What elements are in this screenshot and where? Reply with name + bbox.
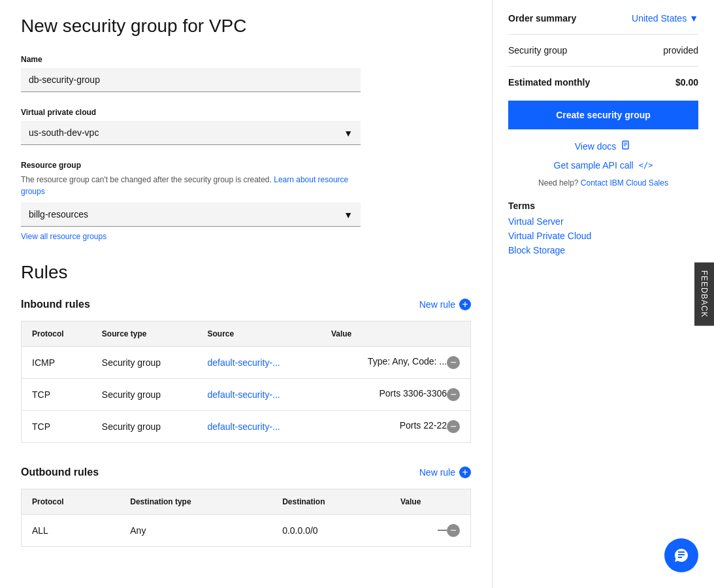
table-row: TCP Security group default-security-... … xyxy=(22,379,471,411)
terms-link[interactable]: Block Storage xyxy=(508,245,698,255)
resource-group-field-group: Resource group The resource group can't … xyxy=(21,161,471,241)
need-help-text: Need help? Contact IBM Cloud Sales xyxy=(508,178,698,188)
outbound-col-value: Value xyxy=(390,489,471,515)
inbound-col-source: Source xyxy=(197,321,320,347)
terms-title: Terms xyxy=(508,201,698,211)
order-divider xyxy=(508,66,698,67)
outbound-protocol-cell: ALL xyxy=(22,515,120,547)
terms-link[interactable]: Virtual Server xyxy=(508,216,698,227)
rules-section-title: Rules xyxy=(21,262,471,283)
inbound-remove-button[interactable]: − xyxy=(447,356,460,369)
inbound-value-cell: Type: Any, Code: ... − xyxy=(321,347,471,379)
resource-group-select[interactable]: billg-resources xyxy=(21,203,361,227)
order-summary-header: Order summary United States ▼ xyxy=(508,13,698,35)
vpc-label: Virtual private cloud xyxy=(21,108,471,117)
chat-icon xyxy=(673,547,689,563)
remove-icon: − xyxy=(447,524,460,537)
inbound-protocol-cell: ICMP xyxy=(22,347,91,379)
inbound-value-cell: Ports 22-22 − xyxy=(321,411,471,443)
outbound-value-cell: — − xyxy=(390,515,471,547)
get-sample-api-label: Get sample API call xyxy=(554,160,634,171)
vpc-select-wrapper: us-south-dev-vpc ▼ xyxy=(21,121,361,145)
estimated-monthly-value: $0.00 xyxy=(675,77,698,88)
outbound-rules-table: Protocol Destination type Destination Va… xyxy=(21,489,471,547)
outbound-plus-icon: + xyxy=(459,466,471,478)
inbound-plus-icon: + xyxy=(459,299,471,310)
estimated-monthly-label: Estimated monthly xyxy=(508,77,590,88)
page-title: New security group for VPC xyxy=(21,16,471,37)
remove-icon: − xyxy=(447,388,460,401)
inbound-new-rule-label: New rule xyxy=(419,299,455,310)
vpc-field-group: Virtual private cloud us-south-dev-vpc ▼ xyxy=(21,108,471,145)
inbound-remove-button[interactable]: − xyxy=(447,420,460,433)
inbound-source-link[interactable]: default-security-... xyxy=(207,357,280,368)
inbound-protocol-cell: TCP xyxy=(22,379,91,411)
resource-group-select-wrapper: billg-resources ▼ xyxy=(21,203,361,227)
inbound-source-type-cell: Security group xyxy=(91,379,197,411)
table-row: ICMP Security group default-security-...… xyxy=(22,347,471,379)
outbound-destination-type-cell: Any xyxy=(120,515,272,547)
inbound-source-cell: default-security-... xyxy=(197,411,320,443)
inbound-source-link[interactable]: default-security-... xyxy=(207,389,280,400)
contact-sales-link[interactable]: Contact IBM Cloud Sales xyxy=(581,178,668,188)
chat-button[interactable] xyxy=(664,538,698,572)
svg-rect-0 xyxy=(623,141,628,149)
name-field-group: Name xyxy=(21,55,471,92)
inbound-rules-table: Protocol Source type Source Value ICMP S… xyxy=(21,321,471,443)
security-group-value: provided xyxy=(663,45,698,56)
outbound-col-destination-type: Destination type xyxy=(120,489,272,515)
code-icon: </> xyxy=(639,161,653,170)
inbound-source-cell: default-security-... xyxy=(197,347,320,379)
outbound-destination-cell: 0.0.0.0/0 xyxy=(272,515,390,547)
inbound-source-link[interactable]: default-security-... xyxy=(207,421,280,432)
inbound-new-rule-button[interactable]: New rule + xyxy=(419,296,471,313)
get-sample-api-link[interactable]: Get sample API call </> xyxy=(508,160,698,171)
estimated-monthly-row: Estimated monthly $0.00 xyxy=(508,77,698,88)
view-docs-label: View docs xyxy=(575,141,617,152)
security-group-label: Security group xyxy=(508,45,567,56)
inbound-col-source-type: Source type xyxy=(91,321,197,347)
inbound-source-type-cell: Security group xyxy=(91,411,197,443)
remove-icon: − xyxy=(447,420,460,433)
inbound-source-cell: default-security-... xyxy=(197,379,320,411)
view-docs-icon xyxy=(621,140,632,152)
remove-icon: − xyxy=(447,356,460,369)
main-content: New security group for VPC Name Virtual … xyxy=(0,0,492,588)
view-all-resource-groups-link[interactable]: View all resource groups xyxy=(21,232,106,241)
table-row: ALL Any 0.0.0.0/0 — − xyxy=(22,515,471,547)
region-label: United States xyxy=(632,13,687,24)
inbound-col-value: Value xyxy=(321,321,471,347)
inbound-rules-header: Inbound rules New rule + xyxy=(21,296,471,313)
outbound-col-protocol: Protocol xyxy=(22,489,120,515)
inbound-source-type-cell: Security group xyxy=(91,347,197,379)
resource-group-label: Resource group xyxy=(21,161,471,170)
region-chevron-icon: ▼ xyxy=(689,13,698,24)
inbound-protocol-cell: TCP xyxy=(22,411,91,443)
view-docs-link[interactable]: View docs xyxy=(508,140,698,152)
inbound-table-header-row: Protocol Source type Source Value xyxy=(22,321,471,347)
outbound-new-rule-button[interactable]: New rule + xyxy=(419,464,471,481)
outbound-new-rule-label: New rule xyxy=(419,467,455,478)
create-security-group-button[interactable]: Create security group xyxy=(508,101,698,129)
name-input[interactable] xyxy=(21,68,361,92)
table-row: TCP Security group default-security-... … xyxy=(22,411,471,443)
feedback-tab[interactable]: FEEDBACK xyxy=(694,263,714,326)
region-selector-button[interactable]: United States ▼ xyxy=(632,13,698,24)
inbound-value-cell: Ports 3306-3306 − xyxy=(321,379,471,411)
terms-link[interactable]: Virtual Private Cloud xyxy=(508,231,698,241)
outbound-rules-title: Outbound rules xyxy=(21,466,99,478)
outbound-remove-button[interactable]: − xyxy=(447,524,460,537)
name-label: Name xyxy=(21,55,471,64)
inbound-remove-button[interactable]: − xyxy=(447,388,460,401)
inbound-rules-title: Inbound rules xyxy=(21,299,90,310)
security-group-order-row: Security group provided xyxy=(508,45,698,56)
order-summary-title: Order summary xyxy=(508,13,576,24)
resource-group-desc: The resource group can't be changed afte… xyxy=(21,174,361,197)
outbound-col-destination: Destination xyxy=(272,489,390,515)
vpc-select[interactable]: us-south-dev-vpc xyxy=(21,121,361,145)
terms-section: Terms Virtual ServerVirtual Private Clou… xyxy=(508,201,698,255)
outbound-rules-header: Outbound rules New rule + xyxy=(21,464,471,481)
inbound-col-protocol: Protocol xyxy=(22,321,91,347)
order-summary-sidebar: Order summary United States ▼ Security g… xyxy=(492,0,714,588)
outbound-table-header-row: Protocol Destination type Destination Va… xyxy=(22,489,471,515)
